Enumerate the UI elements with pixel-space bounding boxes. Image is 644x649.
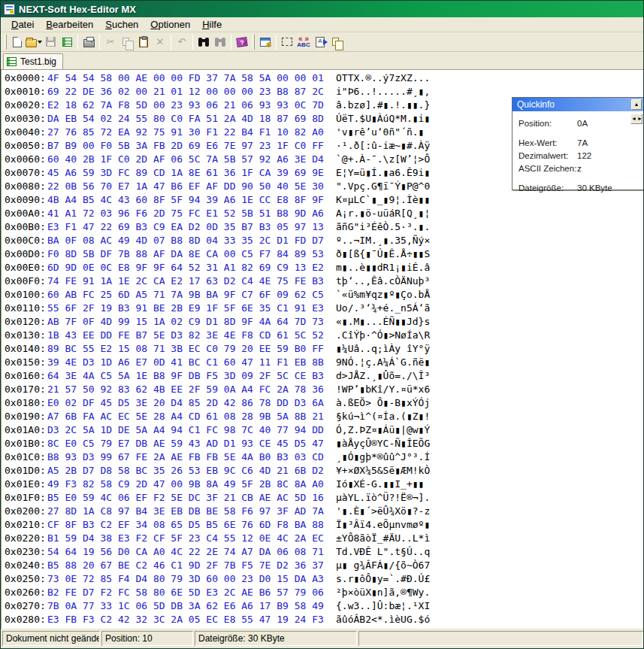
find-next-button[interactable] [212,34,228,50]
ascii-cell[interactable]: ãñG"i³ÉêÒ.5·³.▮. [336,220,430,234]
hex-bytes-cell[interactable]: 39 4E D3 1D A6 E7 0D 41 BC C1 60 47 11 F… [47,356,331,369]
hex-row[interactable]: 0x0220: B1 59 D4 38 E3 F2 CF 5F 23 C4 55… [5,532,643,545]
hex-bytes-cell[interactable]: F0 8D 5B DF 7B 88 AF DA 8E CA 00 C5 F7 8… [47,247,331,261]
hex-bytes-cell[interactable]: D3 2C 5A 1D DE 5A A4 94 C1 FC 98 7C 40 7… [47,423,331,437]
hex-row[interactable]: 0x0000: 4F 54 54 58 00 AE 00 00 FD 37 7A… [5,71,643,85]
hex-row[interactable]: 0x01C0: B8 93 D3 99 67 FE 2A AE FB FB 5E… [5,450,643,464]
hex-row[interactable]: 0x0170: 21 57 50 92 83 62 4B EE 2F 59 0A… [5,383,643,396]
ascii-cell[interactable]: i"Þ6..!.....#¸▮, [336,85,430,99]
hex-bytes-cell[interactable]: 73 0E 72 85 F4 D4 80 79 3D 60 00 23 D0 1… [47,572,331,586]
hex-bytes-cell[interactable]: 8C E0 C5 79 E7 DB AE 59 43 AD D1 93 CE 4… [47,437,331,450]
ascii-cell[interactable]: OTTX.®..ý7zXZ... [336,71,430,85]
ascii-cell[interactable]: ±YÔ8ãòÏ_#ÄU..L*ì [336,532,430,545]
ascii-cell[interactable]: m▮..è▮▮dR1¡▮iÉ.â [336,261,430,274]
ascii-cell[interactable]: Uo/.³‘¾+é._n5Á‘ã [336,302,430,315]
ascii-cell[interactable]: 9NÓ.¦ç.A¼Á`G.ñë▮ [336,356,430,369]
ascii-cell[interactable]: s.r▮ôÔ▮y=`.#Ð.Ú£ [336,572,430,586]
ascii-cell[interactable]: ÚëT.$U▮ÀúQ*M.▮i▮ [336,112,430,126]
hex-row[interactable]: 0x01A0: D3 2C 5A 1D DE 5A A4 94 C1 FC 98… [5,423,643,437]
find-button[interactable] [195,34,212,50]
hex-row[interactable]: 0x00C0: BA 0F 08 AC 49 4D 07 B8 8D 04 33… [5,234,643,247]
hex-bytes-cell[interactable]: 89 BC 55 E2 15 08 71 3B EC C0 79 20 EE 5… [47,342,331,356]
hex-bytes-cell[interactable]: A5 2B D7 D8 58 BC 35 26 53 EB 9C C6 4D 2… [47,464,331,478]
ascii-cell[interactable]: {.w3..]Û:bæ¦.¹XI [336,599,430,613]
ascii-cell[interactable]: §kú¬ì^(¤Ía.(▮Z▮! [336,410,430,423]
hex-bytes-cell[interactable]: E3 FB F3 C2 42 32 3C 2A 05 EC E8 55 47 1… [47,613,331,626]
hex-bytes-cell[interactable]: E0 02 DF 45 D5 3E 20 D4 85 2D 42 86 78 D… [47,396,331,410]
ascii-cell[interactable]: 'v▮rê’u‘0ñ"´ñ.▮ [336,126,430,139]
hex-bytes-cell[interactable]: 60 AB FC 25 6D A5 71 7A 9B BA 9F C7 6F 0… [47,288,331,302]
menu-item[interactable]: Datei [5,17,40,32]
hex-row[interactable]: 0x0130: 1B 43 EE DD FE B7 5E D3 82 3E 4E… [5,329,643,342]
hex-bytes-cell[interactable]: 41 A1 72 03 96 F6 2D 75 FC E1 52 5B 51 B… [47,207,331,220]
options-button[interactable] [257,34,274,50]
hex-bytes-cell[interactable]: 60 40 2B 1F C0 2D AF 06 5C 7A 5B 57 92 A… [47,153,331,166]
ascii-cell[interactable]: E¦Y=ü▮Í.▮a6.Ê9i▮ [336,166,430,180]
ascii-cell[interactable]: ·¹.ð[:û-iæ~▮#.Àÿ [336,139,430,153]
hex-bytes-cell[interactable]: B8 93 D3 99 67 FE 2A AE FB FB 5E 4A B0 B… [47,450,331,464]
export-button[interactable]: A [312,34,328,50]
ascii-cell[interactable]: Ió▮XÉ-G.▮▮I_+▮▮ [336,478,430,491]
ascii-cell[interactable]: º..¬IM.¸▮.35,Ñý× [336,234,430,247]
hex-row[interactable]: 0x0270: 7B 0A 77 33 1C 06 5D DB 3A 62 E6… [5,599,643,613]
menu-item[interactable]: Bearbeiten [40,17,99,32]
help-button[interactable]: ? [234,34,250,50]
hex-bytes-cell[interactable]: 54 64 19 56 D0 CA A0 4C 22 2E 74 A7 DA 0… [47,545,331,559]
paste-button[interactable] [135,34,152,50]
hex-bytes-cell[interactable]: DA EB 54 02 24 55 80 C0 FA 51 2A 4D 18 8… [47,112,331,126]
menu-item[interactable]: Suchen [99,17,144,32]
ascii-cell[interactable]: µ▮ g¾ÂFÁ▮/{õ~Ò67 [336,559,430,572]
hex-bytes-cell[interactable]: 69 22 DE 36 02 00 21 01 12 00 00 00 23 B… [47,85,331,99]
hex-bytes-cell[interactable]: 49 F3 82 58 C9 2D 47 00 9B 8A 49 5F 2B 8… [47,478,331,491]
hex-bytes-cell[interactable]: B7 B9 00 F0 5B 3A FB 2D 69 E6 7E 97 23 1… [47,139,331,153]
ascii-cell[interactable]: ▮¼Uâ..q;ìÀy îY°ÿ [336,342,430,356]
ascii-cell[interactable]: µàYL.ïò^Ü?!Ë®¬]. [336,491,430,505]
ascii-cell[interactable]: ¸▮Ó▮gþ*®ûû^J°³.Í [336,450,430,464]
hex-row[interactable]: 0x0120: AB 7F 0F 4D 99 15 1A 02 C9 D1 8D… [5,315,643,329]
hex-row[interactable]: 0x0250: 73 0E 72 85 F4 D4 80 79 3D 60 00… [5,572,643,586]
hex-row[interactable]: 0x0280: E3 FB F3 C2 42 32 3C 2A 05 EC E8… [5,613,643,626]
hex-row[interactable]: 0x00B0: E3 F1 47 22 69 B3 C9 EA D2 0D 35… [5,220,643,234]
hex-row[interactable]: 0x0190: A7 6B FA AC EC 5E 28 A4 CD 61 08… [5,410,643,423]
hex-row[interactable]: 0x01E0: 49 F3 82 58 C9 2D 47 00 9B 8A 49… [5,478,643,491]
hex-bytes-cell[interactable]: 4B A4 B5 4C 43 60 8F 5F 94 39 A6 1E CC E… [47,193,331,207]
select-block-button[interactable] [279,34,295,50]
ascii-cell[interactable]: ãûóÂB2<*.ìèUG.$ó [336,613,430,626]
hex-row[interactable]: 0x0210: CF 8F B3 C2 EF 34 08 65 D5 B5 6E… [5,518,643,532]
ascii-cell[interactable]: `«ü%m¥qz▮º▮Ço.bÅ [336,288,430,302]
ascii-cell[interactable]: ¥+×ØX¼5&Së▮ÆM!kÒ [336,464,430,478]
hex-bytes-cell[interactable]: BA 0F 08 AC 49 4D 07 B8 8D 04 33 35 2C D… [47,234,331,247]
hex-bytes-cell[interactable]: A7 6B FA AC EC 5E 28 A4 CD 61 08 28 9B 5… [47,410,331,423]
ascii-cell[interactable]: ð▮[ß{▮¯Ú▮Ê.Å÷▮▮S [336,247,430,261]
ascii-cell[interactable]: d>JÅZ.¸▮Ûõ=./\Î³ [336,369,430,383]
hex-table-button[interactable] [59,34,75,50]
ascii-cell[interactable]: !WP’▮bKî/Y.¤ü*x6 [336,383,430,396]
toolbar-gripper[interactable] [252,35,255,50]
hex-row[interactable]: 0x01B0: 8C E0 C5 79 E7 DB AE 59 43 AD D1… [5,437,643,450]
open-file-button[interactable] [26,34,42,50]
hex-bytes-cell[interactable]: E3 F1 47 22 69 B3 C9 EA D2 0D 35 B7 B3 0… [47,220,331,234]
ascii-cell[interactable]: Td.VÐÊ L".t§Ú..q [336,545,430,559]
menu-item[interactable]: Hilfe [196,17,228,32]
charset-button[interactable]: « »ABC [295,34,312,50]
hex-row[interactable]: 0x0180: E0 02 DF 45 D5 3E 20 D4 85 2D 42… [5,396,643,410]
hex-row[interactable]: 0x00A0: 41 A1 72 03 96 F6 2D 75 FC E1 52… [5,207,643,220]
hex-bytes-cell[interactable]: B1 59 D4 38 E3 F2 CF 5F 23 C4 55 12 0E 4… [47,532,331,545]
hex-bytes-cell[interactable]: 27 8D 1A C8 97 B4 3E EB DB BE 58 F6 97 3… [47,505,331,518]
ascii-cell[interactable]: K¤µLC`▮_▮9¦.Ìè▮▮ [336,193,430,207]
ascii-cell[interactable]: .CîÝþ·^Ó▮>NøÍa\R [336,329,430,342]
ascii-cell[interactable]: «▮.M▮...ÉÑ▮▮Jd}s [336,315,430,329]
hex-bytes-cell[interactable]: 74 FE 91 1A 1E 2C CA E2 17 63 D2 C4 4E 7… [47,274,331,288]
hex-bytes-cell[interactable]: 27 76 85 72 EA 92 75 91 30 F1 22 B4 F1 1… [47,126,331,139]
hex-row[interactable]: 0x0140: 89 BC 55 E2 15 08 71 3B EC C0 79… [5,342,643,356]
hex-row[interactable]: 0x0240: B5 88 20 67 BE C2 46 C1 9D 2F 7B… [5,559,643,572]
hex-row[interactable]: 0x00F0: 74 FE 91 1A 1E 2C CA E2 17 63 D2… [5,274,643,288]
hex-row[interactable]: 0x01F0: B5 E0 59 4C 06 EF F2 5E DC 3F 21… [5,491,643,505]
copy-special-button[interactable] [328,34,345,50]
quickinfo-title-bar[interactable]: Quickinfo ▲ [512,98,643,111]
collapse-up-button[interactable]: ▲ [631,99,642,110]
ascii-cell[interactable]: ▮àÅyçÛ®YC-Ñ▮ÎEÕG [336,437,430,450]
ascii-cell[interactable]: tþ‘..,Êâ.cÒÄNuþ³ [336,274,430,288]
hex-bytes-cell[interactable]: 21 57 50 92 83 62 4B EE 2F 59 0A A4 FC 2… [47,383,331,396]
ascii-cell[interactable]: Ï▮³Âï4.eÕµnvmøº▮ [336,518,430,532]
